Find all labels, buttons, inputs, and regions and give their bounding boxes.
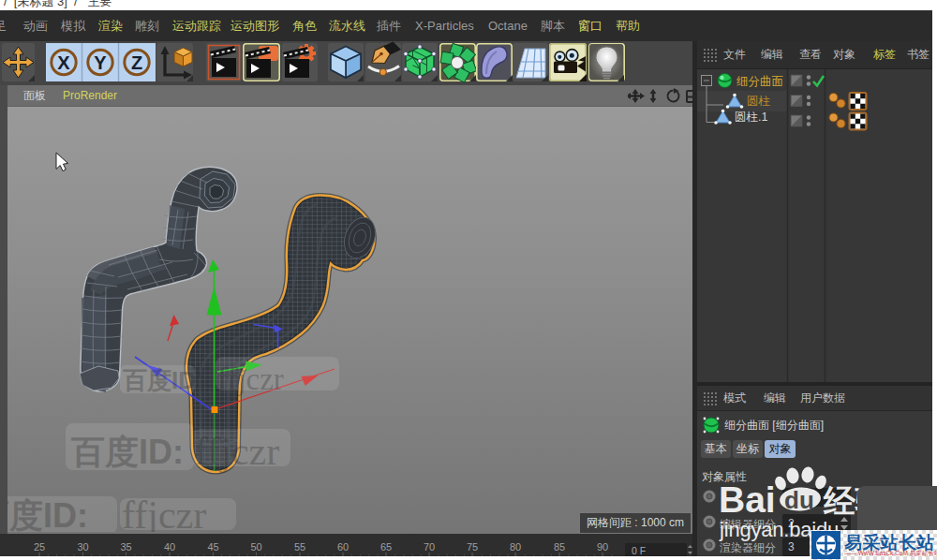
svg-text:X: X <box>57 52 70 73</box>
svg-text:50: 50 <box>250 541 261 553</box>
svg-text:百度ID:: 百度ID: <box>7 496 88 532</box>
svg-text:0 F: 0 F <box>632 545 646 556</box>
svg-text:圆柱.1: 圆柱.1 <box>735 111 767 124</box>
svg-text:细分曲面: 细分曲面 <box>736 75 783 88</box>
svg-text:30: 30 <box>77 541 88 553</box>
svg-text:Z: Z <box>131 52 142 73</box>
svg-text:Y: Y <box>94 52 107 73</box>
svg-text:Bai: Bai <box>719 479 776 520</box>
svg-text:55: 55 <box>294 541 305 553</box>
svg-text:du: du <box>784 486 814 514</box>
svg-text:80: 80 <box>510 541 521 553</box>
svg-text:25: 25 <box>34 541 45 553</box>
svg-text:65: 65 <box>380 541 392 553</box>
svg-text:百度ID:: 百度ID: <box>70 433 184 471</box>
svg-text:75: 75 <box>467 541 478 553</box>
svg-text:90: 90 <box>597 541 608 553</box>
svg-text:85: 85 <box>554 541 565 553</box>
svg-text:70: 70 <box>424 541 435 553</box>
svg-text:40: 40 <box>164 541 175 553</box>
svg-text:ffjczr: ffjczr <box>217 362 284 396</box>
svg-text:60: 60 <box>337 541 349 553</box>
svg-text:ffjczr: ffjczr <box>122 494 206 532</box>
svg-text:35: 35 <box>120 541 131 553</box>
svg-text:圆柱: 圆柱 <box>747 95 771 108</box>
svg-text:45: 45 <box>207 541 218 553</box>
svg-text:百度ID': 百度ID' <box>123 366 201 394</box>
svg-text:ffjczr: ffjczr <box>195 430 279 473</box>
